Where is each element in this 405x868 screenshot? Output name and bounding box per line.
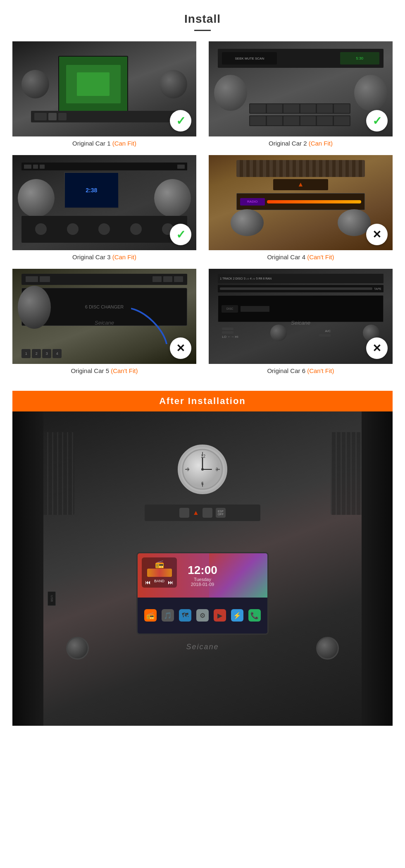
app-icon-radio[interactable]: 📻 xyxy=(144,609,157,622)
car-item-3: 2:38 xyxy=(12,155,196,261)
app-icon-phone[interactable]: 📞 xyxy=(248,609,261,622)
app-icon-bluetooth[interactable]: ⚡ xyxy=(231,609,243,622)
svg-text:12: 12 xyxy=(201,454,206,459)
screen-top: 📻 ⏮ BAND ⏭ 12:00 Tuesday 2018-01-09 xyxy=(138,553,267,598)
badge-x-6: ✕ xyxy=(366,337,388,359)
app-icon-music[interactable]: 🎵 xyxy=(162,609,174,622)
after-installation-header: After Installation xyxy=(12,391,393,411)
car-image-6: 1 TRACK 2 DISC/ 3 ♪♪ 4 ♪♪ 5 Rft 6 RAN TA… xyxy=(209,269,393,364)
svg-point-11 xyxy=(201,468,204,471)
car-item-1: ✓ Original Car 1 (Can Fit) xyxy=(12,41,196,147)
badge-check-1: ✓ xyxy=(170,110,191,132)
car-item-4: ▲ RADIO ✕ O xyxy=(209,155,393,261)
car-item-6: 1 TRACK 2 DISC/ 3 ♪♪ 4 ♪♪ 5 Rft 6 RAN TA… xyxy=(209,269,393,374)
badge-check-2: ✓ xyxy=(366,110,388,132)
after-installation-section: After Installation xyxy=(12,391,393,726)
car-image-5: 6 DISC CHANGER 1 2 3 4 Seicane xyxy=(12,269,196,364)
page-title: Install xyxy=(0,0,405,30)
panel-strip: ▲ ESPOFF xyxy=(145,505,260,521)
clock: 12 3 6 9 xyxy=(178,445,227,494)
radio-widget: 📻 ⏮ BAND ⏭ xyxy=(142,557,177,588)
title-divider xyxy=(194,30,211,31)
car-image-2: SEEK MUTE SCAN 5:30 xyxy=(209,41,393,136)
app-icon-settings[interactable]: ⚙ xyxy=(196,609,209,622)
screen-bottom: 📻 🎵 🗺 ⚙ ▶ ⚡ 📞 xyxy=(138,598,267,634)
badge-check-3: ✓ xyxy=(170,224,191,245)
car-label-3: Original Car 3 (Can Fit) xyxy=(72,253,136,261)
after-installation-image: 12 3 6 9 ▲ ESPOFF 📻 xyxy=(12,411,393,726)
car-image-3: 2:38 xyxy=(12,155,196,250)
app-icon-video[interactable]: ▶ xyxy=(214,609,226,622)
knob-seek[interactable] xyxy=(316,637,339,660)
app-icon-maps[interactable]: 🗺 xyxy=(179,609,191,622)
svg-text:6: 6 xyxy=(201,481,204,486)
car-image-1: ✓ xyxy=(12,41,196,136)
car-item-2: SEEK MUTE SCAN 5:30 xyxy=(209,41,393,147)
svg-text:3: 3 xyxy=(216,467,218,472)
car-label-1: Original Car 1 (Can Fit) xyxy=(72,140,136,147)
car-label-6: Original Car 6 (Can't Fit) xyxy=(267,367,334,374)
car-grid-section: ✓ Original Car 1 (Can Fit) SEEK MUTE SCA… xyxy=(0,41,405,387)
badge-x-4: ✕ xyxy=(366,224,388,245)
car-image-4: ▲ RADIO ✕ xyxy=(209,155,393,250)
touchscreen: 📻 ⏮ BAND ⏭ 12:00 Tuesday 2018-01-09 xyxy=(136,552,269,635)
car-grid: ✓ Original Car 1 (Can Fit) SEEK MUTE SCA… xyxy=(12,41,393,374)
car-label-4: Original Car 4 (Can't Fit) xyxy=(267,253,334,261)
svg-text:9: 9 xyxy=(187,467,189,472)
knob-volume[interactable] xyxy=(66,637,89,660)
seicane-watermark: Seicane xyxy=(186,643,219,651)
car-label-2: Original Car 2 (Can Fit) xyxy=(269,140,333,147)
badge-x-5: ✕ xyxy=(170,337,191,359)
car-label-5: Original Car 5 (Can't Fit) xyxy=(71,367,138,374)
car-item-5: 6 DISC CHANGER 1 2 3 4 Seicane xyxy=(12,269,196,374)
